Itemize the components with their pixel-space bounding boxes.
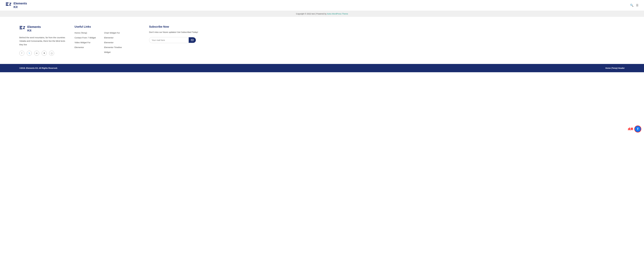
link-elementor-2[interactable]: Elementor bbox=[104, 37, 122, 39]
email-icon bbox=[191, 39, 194, 42]
menu-icon[interactable]: ☰ bbox=[636, 4, 638, 7]
footer-logo-icon bbox=[19, 26, 26, 32]
svg-rect-3 bbox=[20, 26, 22, 27]
topbar-link[interactable]: Astra WordPress Theme bbox=[327, 13, 348, 15]
link-chart-widget[interactable]: Chart Widget For bbox=[104, 32, 122, 34]
main-content: Elements Kit Behind the word mountains, … bbox=[0, 17, 207, 64]
footer-links-col: Useful Links Home (Temp) Contact From 7 … bbox=[74, 25, 141, 56]
footer-nav-link[interactable]: Home (Temp) Header bbox=[605, 67, 625, 69]
link-video-widget[interactable]: Video Widget For bbox=[74, 41, 96, 44]
link-elementor[interactable]: Elementor bbox=[74, 46, 96, 49]
svg-rect-1 bbox=[6, 4, 8, 5]
email-input[interactable] bbox=[149, 37, 189, 43]
dribbble-social-icon[interactable]: ✦ bbox=[42, 51, 47, 56]
footer-description: Behind the word mountains, far from the … bbox=[19, 36, 66, 46]
svg-rect-2 bbox=[6, 5, 8, 6]
subscribe-col: Subscribe Now Don't miss our future upda… bbox=[149, 25, 202, 56]
logo-icon bbox=[6, 2, 12, 9]
search-icon[interactable]: 🔍 bbox=[630, 4, 634, 7]
header-actions: 🔍 ☰ bbox=[630, 4, 638, 7]
subscribe-title: Subscribe Now bbox=[149, 25, 202, 28]
link-widget[interactable]: Widget bbox=[104, 51, 122, 53]
footer-logo: Elements Kit bbox=[19, 25, 66, 33]
svg-rect-6 bbox=[191, 39, 194, 41]
header-logo-text: Elements Kit bbox=[14, 2, 27, 9]
subscribe-button[interactable] bbox=[189, 37, 196, 43]
footer-bottom: ©2019. Elements Kit. All Rights Reserved… bbox=[0, 64, 644, 72]
facebook-social-icon[interactable]: f bbox=[19, 51, 24, 56]
subscribe-description: Don't miss our future updates! Get Subsc… bbox=[149, 31, 202, 34]
footer-left-col: Elements Kit Behind the word mountains, … bbox=[19, 25, 66, 56]
subscribe-form bbox=[149, 37, 196, 43]
twitter-social-icon[interactable]: 𝕏 bbox=[27, 51, 32, 56]
footer-copyright: ©2019. Elements Kit. All Rights Reserved… bbox=[19, 67, 58, 69]
svg-rect-5 bbox=[20, 29, 22, 29]
topbar: Copyright © 2022 test | Powered by Astra… bbox=[0, 11, 644, 17]
linkedin-social-icon[interactable]: in bbox=[34, 51, 39, 56]
link-contact-form[interactable]: Contact From 7 Widget bbox=[74, 37, 96, 39]
link-elementor-timeline[interactable]: Elementor Timeline bbox=[104, 46, 122, 49]
svg-rect-4 bbox=[20, 27, 22, 28]
useful-links-title: Useful Links bbox=[74, 25, 141, 28]
links-col-2: Chart Widget For Elementor Elementor Ele… bbox=[104, 32, 122, 53]
header-logo[interactable]: Elements Kit bbox=[6, 2, 27, 9]
footer-logo-text: Elements Kit bbox=[27, 25, 41, 33]
svg-rect-0 bbox=[6, 3, 8, 3]
social-icons-row: f 𝕏 in ✦ ◻ bbox=[19, 51, 66, 56]
link-home-temp[interactable]: Home (Temp) bbox=[74, 32, 96, 34]
topbar-text: Copyright © 2022 test | Powered by bbox=[296, 13, 327, 15]
links-col-1: Home (Temp) Contact From 7 Widget Video … bbox=[74, 32, 96, 53]
link-elementor-3[interactable]: Elementor bbox=[104, 41, 122, 44]
instagram-social-icon[interactable]: ◻ bbox=[49, 51, 54, 56]
links-grid: Home (Temp) Contact From 7 Widget Video … bbox=[74, 32, 141, 53]
site-header: Elements Kit 🔍 ☰ bbox=[0, 0, 644, 11]
